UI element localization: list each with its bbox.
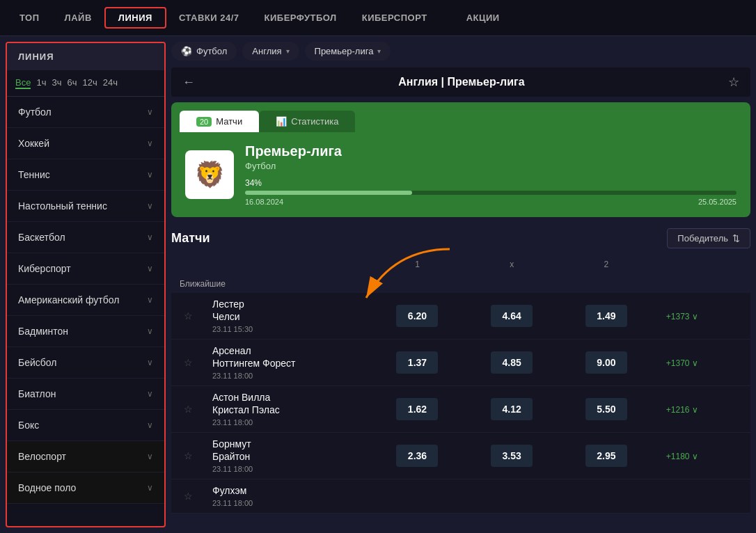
favorite-star-button[interactable]: ☆ xyxy=(728,74,739,90)
favorite-star-button[interactable]: ☆ xyxy=(178,491,198,502)
nav-item-cyberfootball[interactable]: КИБЕРФУТБОЛ xyxy=(252,7,349,29)
more-button[interactable]: +1370 ∨ xyxy=(661,356,704,371)
more-cell: +1216 ∨ xyxy=(654,386,750,433)
chevron-down-icon: ∨ xyxy=(147,326,153,336)
team2-name: Ноттингем Форест xyxy=(212,358,363,369)
odds1-button[interactable]: 1.37 xyxy=(396,351,438,374)
odds1-cell: 6.20 xyxy=(370,293,465,340)
favorite-star-button[interactable]: ☆ xyxy=(178,310,198,321)
odds1-button[interactable]: 6.20 xyxy=(396,305,438,327)
sidebar-item-waterpolo[interactable]: Водное поло ∨ xyxy=(7,472,164,504)
table-row[interactable]: ☆ Лестер Челси 23.11 15:30 xyxy=(171,293,750,340)
table-row[interactable]: ☆ Арсенал Ноттингем Форест 23.11 18:00 xyxy=(171,340,750,386)
sidebar-item-american-football[interactable]: Американский футбол ∨ xyxy=(7,285,164,316)
tab-statistics[interactable]: 📊 Статистика xyxy=(259,111,355,132)
time-filter-all[interactable]: Все xyxy=(15,77,31,89)
favorite-star-button[interactable]: ☆ xyxy=(178,450,198,461)
sidebar-item-basketball[interactable]: Баскетбол ∨ xyxy=(7,222,164,253)
odds1-cell xyxy=(370,479,465,514)
odds2-button[interactable]: 9.00 xyxy=(585,351,627,374)
team1-name: Арсенал xyxy=(212,345,363,356)
back-button[interactable]: ← xyxy=(182,75,195,90)
favorite-star-button[interactable]: ☆ xyxy=(178,357,198,368)
breadcrumb-premier-league-label: Премьер-лига xyxy=(315,46,374,56)
sidebar-item-tennis[interactable]: Теннис ∨ xyxy=(7,159,164,191)
team1-name: Лестер xyxy=(212,299,363,310)
chevron-down-icon: ∨ xyxy=(147,138,153,148)
chevron-down-icon: ∨ xyxy=(147,295,153,305)
chevron-down-icon: ▾ xyxy=(286,47,290,55)
odds2-cell: 1.49 xyxy=(559,293,654,340)
odds1-button[interactable]: 1.62 xyxy=(396,398,438,420)
chevron-down-icon: ▾ xyxy=(377,47,381,55)
oddsx-cell: 3.53 xyxy=(464,433,559,479)
chevron-down-icon: ∨ xyxy=(147,389,153,399)
oddsx-button[interactable]: 4.64 xyxy=(491,305,533,327)
sidebar-item-hockey[interactable]: Хоккей ∨ xyxy=(7,128,164,159)
sidebar-item-biathlon[interactable]: Биатлон ∨ xyxy=(7,379,164,410)
table-row[interactable]: ☆ Борнмут Брайтон 23.11 18:00 xyxy=(171,433,750,479)
section-label: Ближайшие xyxy=(171,275,750,293)
league-card: 20 Матчи 📊 Статистика 🦁 Премьер-лига Фут… xyxy=(171,102,750,217)
match-teams: Астон Вилла Кристал Пэлас 23.11 18:00 xyxy=(212,392,363,427)
oddsx-button[interactable]: 3.53 xyxy=(491,445,533,467)
sidebar-item-boxing[interactable]: Бокс ∨ xyxy=(7,410,164,441)
sidebar-item-football[interactable]: Футбол ∨ xyxy=(7,97,164,128)
time-filter-3h[interactable]: 3ч xyxy=(52,77,61,89)
main-layout: ЛИНИЯ Все 1ч 3ч 6ч 12ч 24ч Футбол ∨ Хокк… xyxy=(0,36,756,533)
nav-item-top[interactable]: ТОП xyxy=(7,7,52,29)
football-icon: ⚽ xyxy=(181,46,192,56)
odds1-cell: 1.37 xyxy=(370,340,465,386)
table-row[interactable]: ☆ Фулхэм 23.11 18:00 xyxy=(171,479,750,514)
breadcrumb-premier-league[interactable]: Премьер-лига ▾ xyxy=(305,42,391,61)
progress-label: 34% xyxy=(245,178,737,188)
more-button[interactable]: +1180 ∨ xyxy=(661,449,704,464)
odds2-button[interactable]: 5.50 xyxy=(585,398,627,420)
sidebar-item-table-tennis[interactable]: Настольный теннис ∨ xyxy=(7,191,164,222)
league-card-body: 🦁 Премьер-лига Футбол 34% 16.08.2024 25.… xyxy=(171,132,750,217)
nav-item-live[interactable]: ЛАЙВ xyxy=(52,7,104,29)
match-time: 23.11 18:00 xyxy=(212,418,363,427)
section-row-upcoming: Ближайшие xyxy=(171,275,750,293)
table-row[interactable]: ☆ Астон Вилла Кристал Пэлас 23.11 18:00 xyxy=(171,386,750,433)
time-filter-6h[interactable]: 6ч xyxy=(67,77,77,89)
time-filter-1h[interactable]: 1ч xyxy=(36,77,46,89)
nav-item-aktsii[interactable]: АКЦИИ xyxy=(454,8,512,27)
sidebar-item-cycling[interactable]: Велоспорт ∨ xyxy=(7,441,164,472)
sidebar-item-baseball[interactable]: Бейсбол ∨ xyxy=(7,347,164,379)
time-filter-24h[interactable]: 24ч xyxy=(103,77,118,89)
col-x: x xyxy=(464,254,559,275)
match-teams: Борнмут Брайтон 23.11 18:00 xyxy=(212,438,363,473)
tab-matches[interactable]: 20 Матчи xyxy=(180,111,259,132)
nav-item-line[interactable]: ЛИНИЯ xyxy=(104,7,166,29)
nav-item-cybersport[interactable]: КИБЕРСПОРТ xyxy=(349,7,440,29)
more-cell xyxy=(654,479,750,514)
team1-name: Борнмут xyxy=(212,438,363,450)
stats-icon: 📊 xyxy=(276,116,287,127)
favorite-star-button[interactable]: ☆ xyxy=(178,404,198,415)
breadcrumb-football[interactable]: ⚽ Футбол xyxy=(171,42,237,61)
match-teams-cell: Лестер Челси 23.11 15:30 xyxy=(205,293,370,340)
odds2-button[interactable]: 2.95 xyxy=(585,445,627,467)
league-info: Премьер-лига Футбол 34% 16.08.2024 25.05… xyxy=(245,143,737,206)
breadcrumb-england[interactable]: Англия ▾ xyxy=(242,42,299,61)
breadcrumb-england-label: Англия xyxy=(252,46,281,56)
more-button[interactable]: +1216 ∨ xyxy=(661,402,704,417)
winner-filter-button[interactable]: Победитель ⇅ xyxy=(667,228,750,248)
league-card-tabs: 20 Матчи 📊 Статистика xyxy=(171,102,750,132)
date-end: 25.05.2025 xyxy=(698,198,737,206)
more-button[interactable]: +1373 ∨ xyxy=(661,309,704,324)
oddsx-button[interactable]: 4.85 xyxy=(491,351,533,374)
breadcrumb-football-label: Футбол xyxy=(196,46,227,56)
odds2-button[interactable]: 1.49 xyxy=(585,305,627,327)
chevron-down-icon: ∨ xyxy=(147,232,153,242)
nav-item-bets247[interactable]: СТАВКИ 24/7 xyxy=(166,7,252,29)
oddsx-button[interactable]: 4.12 xyxy=(491,398,533,420)
tab-statistics-label: Статистика xyxy=(291,116,338,127)
odds1-button[interactable]: 2.36 xyxy=(396,445,438,467)
sidebar-item-badminton[interactable]: Бадминтон ∨ xyxy=(7,316,164,347)
time-filter-12h[interactable]: 12ч xyxy=(82,77,97,89)
favorite-cell: ☆ xyxy=(171,340,205,386)
oddsx-cell xyxy=(464,479,559,514)
sidebar-item-esports[interactable]: Киберспорт ∨ xyxy=(7,253,164,285)
